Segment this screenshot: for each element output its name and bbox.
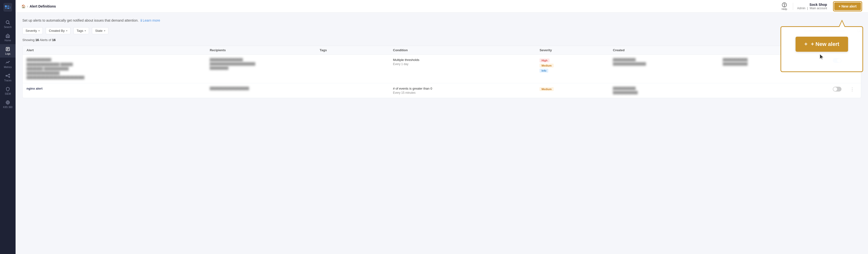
svg-point-25 (858, 29, 860, 32)
state-chevron-icon: ▾ (104, 29, 105, 32)
sidebar-item-label-search: Search (4, 26, 12, 28)
alerts-table: Alert Recipients Tags Condition Severity… (22, 46, 861, 98)
alert-toggle-off-2[interactable] (833, 87, 841, 92)
svg-point-24 (784, 6, 785, 6)
help-label: Help (782, 7, 787, 10)
more-options-2[interactable]: ⋮ (847, 87, 857, 92)
toggle-cell-1[interactable] (833, 58, 847, 63)
tags-filter[interactable]: Tags ▾ (73, 27, 89, 34)
created-by-chevron-icon: ▾ (66, 29, 67, 32)
th-condition: Condition (393, 48, 539, 52)
svg-rect-5 (10, 6, 11, 9)
alerts-count-total: 16 (52, 38, 56, 42)
main-content: 🏠 › Alert Definitions Help Sock Shop Adm… (16, 0, 868, 254)
condition-cell-1: Multiple thresholds Every 1 day (393, 58, 539, 66)
severity-badge-info: Info (539, 69, 548, 73)
filter-row: Severity ▾ Created By ▾ Tags ▾ State ▾ (22, 27, 861, 34)
user-name: Sock Shop (809, 3, 827, 6)
svg-rect-4 (7, 8, 9, 9)
col7-cell-1: ████████████ ████████████ (723, 58, 833, 66)
svg-point-12 (6, 75, 7, 76)
sidebar-item-label-siem: SIEM (5, 93, 11, 95)
recipients-cell-2: ███████████████████ (210, 87, 320, 90)
severity-cell-2: Medium (539, 87, 613, 92)
severity-filter[interactable]: Severity ▾ (22, 27, 43, 34)
svg-point-17 (7, 102, 8, 103)
severity-badge-high: High (539, 59, 549, 63)
toggle-cell-2[interactable] (833, 87, 847, 92)
th-tags: Tags (320, 48, 393, 52)
state-filter-label: State (95, 29, 102, 33)
top-header: 🏠 › Alert Definitions Help Sock Shop Adm… (16, 0, 868, 13)
alert-detail-1: ████████████████ ██████ ████████ ███████… (27, 62, 210, 80)
state-filter[interactable]: State ▾ (92, 27, 108, 34)
more-options-1[interactable]: ⋮ (847, 58, 857, 63)
svg-line-7 (9, 23, 10, 25)
created-by-filter-label: Created By (49, 29, 65, 33)
alerts-count: Showing 16 Alerts of 16 (22, 38, 861, 42)
severity-badge-medium-2: Medium (539, 87, 554, 91)
sidebar-item-home[interactable]: Home (0, 31, 16, 44)
user-info: Sock Shop Admin | Main account (793, 3, 827, 10)
alerts-count-number: 16 (35, 38, 39, 42)
svg-point-6 (6, 21, 9, 24)
alert-name-cell-2: nginx alert (27, 87, 210, 90)
severity-filter-label: Severity (26, 29, 37, 33)
severity-badge-medium: Medium (539, 64, 554, 68)
learn-more-link[interactable]: ℹ Learn more (141, 19, 160, 22)
th-more (847, 48, 857, 52)
svg-rect-2 (7, 5, 9, 7)
breadcrumb-current: Alert Definitions (30, 4, 56, 8)
sidebar-item-label-traces: Traces (4, 79, 11, 82)
tags-filter-label: Tags (76, 29, 83, 33)
sidebar-item-logs[interactable]: Logs (0, 44, 16, 58)
table-row: ████████████ ████████████████ ██████ ███… (23, 55, 861, 83)
subtitle-text: Set up alerts to automatically get notif… (22, 19, 138, 22)
header-right: Help Sock Shop Admin | Main account + Ne… (782, 1, 862, 11)
sidebar-item-label-metrics: Metrics (4, 66, 12, 69)
sidebar-item-traces[interactable]: Traces (0, 71, 16, 84)
table-row: nginx alert ███████████████████ # of eve… (23, 83, 861, 98)
learn-more-label: Learn more (143, 19, 160, 22)
sidebar-item-search[interactable]: Search (0, 17, 16, 31)
breadcrumb: 🏠 › Alert Definitions (21, 4, 782, 8)
svg-point-13 (9, 74, 10, 75)
th-col7 (723, 48, 833, 52)
svg-point-18 (6, 101, 9, 104)
sidebar-item-metrics[interactable]: Metrics (0, 58, 16, 71)
alert-toggle-on-1[interactable] (833, 58, 841, 63)
created-cell-1: ███████████ ████████████████ (613, 58, 723, 66)
svg-point-14 (9, 76, 10, 77)
severity-chevron-icon: ▾ (38, 29, 40, 32)
svg-line-26 (860, 32, 861, 33)
svg-line-15 (7, 75, 9, 75)
sidebar-item-k8s360[interactable]: K8S 360 (0, 98, 16, 111)
new-alert-button-top[interactable]: + New alert (834, 2, 861, 10)
app-logo[interactable] (3, 3, 12, 12)
svg-line-16 (7, 76, 9, 77)
recipients-cell-1: ████████████████ ██████████████████████ … (210, 58, 320, 70)
user-role: Admin | Main account (797, 6, 827, 10)
alert-name-1: ████████████ (27, 58, 210, 62)
sidebar-item-label-k8s360: K8S 360 (3, 106, 12, 109)
th-created: Created (613, 48, 723, 52)
created-by-filter[interactable]: Created By ▾ (46, 27, 70, 34)
alert-name-cell: ████████████ ████████████████ ██████ ███… (27, 58, 210, 80)
search-area (801, 27, 861, 34)
search-icon[interactable] (857, 29, 861, 33)
sidebar-item-siem[interactable]: SIEM (0, 84, 16, 98)
condition-cell-2: # of events is greater than 0 Every 15 m… (393, 87, 539, 95)
alert-name-2: nginx alert (27, 87, 210, 90)
th-severity: Severity (539, 48, 613, 52)
th-toggle (833, 48, 847, 52)
severity-cell-1: High Medium Info (539, 58, 613, 73)
new-alert-button-frame: + New alert (833, 1, 862, 11)
help-button[interactable]: Help (782, 2, 787, 10)
learn-more-icon: ℹ (141, 19, 142, 22)
table-header: Alert Recipients Tags Condition Severity… (23, 46, 861, 55)
search-input[interactable] (801, 27, 855, 34)
breadcrumb-home-icon[interactable]: 🏠 (21, 4, 26, 8)
sidebar-item-label-logs: Logs (5, 52, 10, 55)
sidebar-item-label-home: Home (5, 39, 11, 42)
svg-rect-3 (5, 8, 7, 9)
